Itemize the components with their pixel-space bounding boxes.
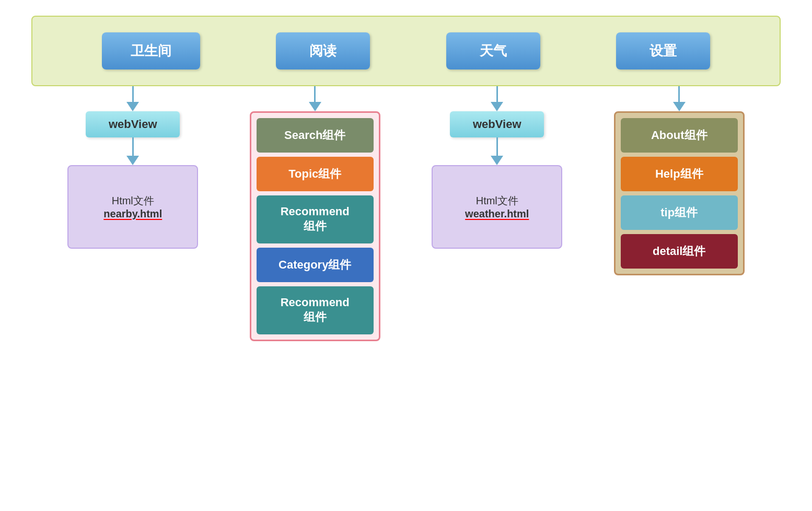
- help-component: Help组件: [621, 157, 738, 191]
- reading-button[interactable]: 阅读: [276, 32, 370, 69]
- top-arrows: [31, 86, 781, 111]
- wc-arrow-shaft: [132, 86, 134, 102]
- wc-arrow2-shaft: [132, 137, 134, 156]
- recommend2-component: Recommend 组件: [257, 286, 374, 334]
- top-panel: 卫生间 阅读 天气 设置: [31, 16, 781, 86]
- reading-arrow-shaft: [314, 86, 316, 102]
- wc-arrow-head: [126, 102, 139, 111]
- settings-arrow-head: [673, 102, 686, 111]
- recommend1-component: Recommend 组件: [257, 195, 374, 243]
- weather-arrow2-shaft: [496, 137, 498, 156]
- weather-button[interactable]: 天气: [446, 32, 540, 69]
- wc-html-box: Html文件 nearby.html: [67, 165, 198, 249]
- about-component: About组件: [621, 118, 738, 153]
- settings-button[interactable]: 设置: [616, 32, 710, 69]
- wc-html-filename: nearby.html: [103, 208, 162, 220]
- settings-arrow: [606, 86, 752, 111]
- wc-arrow: [60, 86, 206, 111]
- weather-html-filename: weather.html: [465, 208, 529, 220]
- reading-arrow-head: [309, 102, 321, 111]
- wc-html-label: Html文件: [112, 194, 154, 208]
- wc-webview: webView: [86, 111, 180, 137]
- wc-arrow2: [126, 137, 139, 165]
- weather-arrow2: [491, 137, 503, 165]
- wc-button[interactable]: 卫生间: [102, 32, 200, 69]
- weather-arrow: [424, 86, 570, 111]
- second-row: webView Html文件 nearby.html Search组件 Topi…: [31, 111, 781, 341]
- wc-arrow2-head: [126, 156, 139, 165]
- search-component: Search组件: [257, 118, 374, 153]
- topic-component: Topic组件: [257, 157, 374, 191]
- weather-html-box: Html文件 weather.html: [432, 165, 562, 249]
- reading-column: Search组件 Topic组件 Recommend 组件 Category组件…: [242, 111, 388, 341]
- reading-arrow: [242, 86, 388, 111]
- detail-component: detail组件: [621, 234, 738, 269]
- settings-column: About组件 Help组件 tip组件 detail组件: [606, 111, 752, 275]
- settings-arrow-shaft: [678, 86, 680, 102]
- weather-arrow2-head: [491, 156, 503, 165]
- reading-box: Search组件 Topic组件 Recommend 组件 Category组件…: [250, 111, 380, 341]
- category-component: Category组件: [257, 248, 374, 282]
- weather-arrow-head: [491, 102, 503, 111]
- diagram-container: 卫生间 阅读 天气 设置 webView: [0, 0, 812, 511]
- weather-webview: webView: [450, 111, 544, 137]
- settings-box: About组件 Help组件 tip组件 detail组件: [614, 111, 745, 275]
- weather-column: webView Html文件 weather.html: [424, 111, 570, 249]
- weather-html-label: Html文件: [476, 194, 518, 208]
- weather-arrow-shaft: [496, 86, 498, 102]
- tip-component: tip组件: [621, 195, 738, 230]
- wc-column: webView Html文件 nearby.html: [60, 111, 206, 249]
